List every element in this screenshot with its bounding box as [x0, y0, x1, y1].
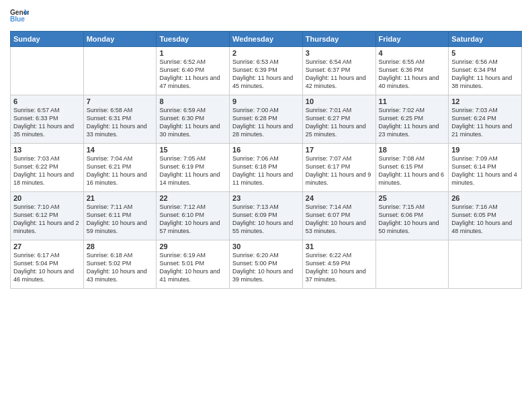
day-number: 6	[13, 97, 81, 105]
calendar-cell: 16Sunrise: 7:06 AMSunset: 6:18 PMDayligh…	[230, 144, 303, 192]
cell-info: Sunrise: 7:11 AMSunset: 6:11 PMDaylight:…	[87, 203, 154, 236]
cell-info: Sunrise: 7:01 AMSunset: 6:27 PMDaylight:…	[306, 106, 373, 139]
cell-info: Sunrise: 7:12 AMSunset: 6:10 PMDaylight:…	[159, 203, 226, 236]
cell-info: Sunrise: 7:10 AMSunset: 6:12 PMDaylight:…	[13, 203, 81, 236]
calendar-cell: 6Sunrise: 6:57 AMSunset: 6:33 PMDaylight…	[11, 95, 84, 144]
cell-info: Sunrise: 6:18 AMSunset: 5:02 PMDaylight:…	[87, 251, 154, 284]
calendar-cell: 19Sunrise: 7:09 AMSunset: 6:14 PMDayligh…	[449, 144, 522, 192]
calendar-header-row: SundayMondayTuesdayWednesdayThursdayFrid…	[11, 32, 522, 47]
day-number: 4	[379, 49, 446, 57]
cell-info: Sunrise: 7:03 AMSunset: 6:22 PMDaylight:…	[13, 154, 81, 187]
cell-info: Sunrise: 6:20 AMSunset: 5:00 PMDaylight:…	[232, 251, 300, 284]
calendar-cell: 5Sunrise: 6:56 AMSunset: 6:34 PMDaylight…	[449, 47, 522, 95]
calendar-cell: 17Sunrise: 7:07 AMSunset: 6:17 PMDayligh…	[302, 144, 375, 192]
cell-info: Sunrise: 6:54 AMSunset: 6:37 PMDaylight:…	[306, 58, 373, 91]
day-number: 24	[306, 194, 373, 202]
calendar-week-row: 13Sunrise: 7:03 AMSunset: 6:22 PMDayligh…	[11, 144, 522, 192]
day-number: 12	[451, 97, 519, 105]
day-number: 10	[306, 97, 373, 105]
column-header-sunday: Sunday	[11, 32, 84, 47]
svg-text:Blue: Blue	[10, 15, 25, 23]
cell-info: Sunrise: 7:03 AMSunset: 6:24 PMDaylight:…	[451, 106, 519, 139]
cell-info: Sunrise: 7:00 AMSunset: 6:28 PMDaylight:…	[232, 106, 300, 139]
day-number: 8	[159, 97, 226, 105]
day-number: 1	[159, 49, 226, 57]
cell-info: Sunrise: 6:22 AMSunset: 4:59 PMDaylight:…	[306, 251, 373, 284]
cell-info: Sunrise: 6:53 AMSunset: 6:39 PMDaylight:…	[232, 58, 300, 91]
day-number: 11	[379, 97, 446, 105]
calendar-cell	[449, 240, 522, 289]
column-header-thursday: Thursday	[302, 32, 375, 47]
cell-info: Sunrise: 7:08 AMSunset: 6:15 PMDaylight:…	[379, 154, 446, 187]
calendar-cell: 15Sunrise: 7:05 AMSunset: 6:19 PMDayligh…	[157, 144, 230, 192]
cell-info: Sunrise: 7:02 AMSunset: 6:25 PMDaylight:…	[379, 106, 446, 139]
calendar-cell: 22Sunrise: 7:12 AMSunset: 6:10 PMDayligh…	[157, 192, 230, 240]
calendar-week-row: 6Sunrise: 6:57 AMSunset: 6:33 PMDaylight…	[11, 95, 522, 144]
calendar-cell: 21Sunrise: 7:11 AMSunset: 6:11 PMDayligh…	[83, 192, 157, 240]
day-number: 21	[87, 194, 154, 202]
calendar-cell: 1Sunrise: 6:52 AMSunset: 6:40 PMDaylight…	[157, 47, 230, 95]
column-header-saturday: Saturday	[449, 32, 522, 47]
cell-info: Sunrise: 6:59 AMSunset: 6:30 PMDaylight:…	[159, 106, 226, 139]
cell-info: Sunrise: 7:13 AMSunset: 6:09 PMDaylight:…	[232, 203, 300, 236]
calendar-cell: 8Sunrise: 6:59 AMSunset: 6:30 PMDaylight…	[157, 95, 230, 144]
calendar-cell: 18Sunrise: 7:08 AMSunset: 6:15 PMDayligh…	[375, 144, 449, 192]
calendar-cell: 23Sunrise: 7:13 AMSunset: 6:09 PMDayligh…	[230, 192, 303, 240]
cell-info: Sunrise: 6:58 AMSunset: 6:31 PMDaylight:…	[87, 106, 154, 139]
day-number: 18	[379, 146, 446, 154]
calendar-cell: 27Sunrise: 6:17 AMSunset: 5:04 PMDayligh…	[11, 240, 84, 289]
day-number: 13	[13, 146, 81, 154]
day-number: 30	[232, 242, 300, 250]
column-header-friday: Friday	[375, 32, 449, 47]
calendar-cell	[11, 47, 84, 95]
calendar-cell: 9Sunrise: 7:00 AMSunset: 6:28 PMDaylight…	[230, 95, 303, 144]
cell-info: Sunrise: 7:16 AMSunset: 6:05 PMDaylight:…	[451, 203, 519, 236]
cell-info: Sunrise: 7:15 AMSunset: 6:06 PMDaylight:…	[379, 203, 446, 236]
day-number: 23	[232, 194, 300, 202]
calendar-cell: 30Sunrise: 6:20 AMSunset: 5:00 PMDayligh…	[230, 240, 303, 289]
day-number: 17	[306, 146, 373, 154]
day-number: 27	[13, 242, 81, 250]
calendar-week-row: 1Sunrise: 6:52 AMSunset: 6:40 PMDaylight…	[11, 47, 522, 95]
day-number: 25	[379, 194, 446, 202]
cell-info: Sunrise: 7:14 AMSunset: 6:07 PMDaylight:…	[306, 203, 373, 236]
column-header-tuesday: Tuesday	[157, 32, 230, 47]
day-number: 29	[159, 242, 226, 250]
calendar-cell: 3Sunrise: 6:54 AMSunset: 6:37 PMDaylight…	[302, 47, 375, 95]
calendar-cell: 7Sunrise: 6:58 AMSunset: 6:31 PMDaylight…	[83, 95, 157, 144]
day-number: 28	[87, 242, 154, 250]
calendar-cell: 20Sunrise: 7:10 AMSunset: 6:12 PMDayligh…	[11, 192, 84, 240]
day-number: 31	[306, 242, 373, 250]
day-number: 2	[232, 49, 300, 57]
calendar-cell: 12Sunrise: 7:03 AMSunset: 6:24 PMDayligh…	[449, 95, 522, 144]
calendar-cell: 11Sunrise: 7:02 AMSunset: 6:25 PMDayligh…	[375, 95, 449, 144]
cell-info: Sunrise: 6:17 AMSunset: 5:04 PMDaylight:…	[13, 251, 81, 284]
cell-info: Sunrise: 6:52 AMSunset: 6:40 PMDaylight:…	[159, 58, 226, 91]
cell-info: Sunrise: 7:07 AMSunset: 6:17 PMDaylight:…	[306, 154, 373, 187]
calendar-cell: 14Sunrise: 7:04 AMSunset: 6:21 PMDayligh…	[83, 144, 157, 192]
calendar-cell: 29Sunrise: 6:19 AMSunset: 5:01 PMDayligh…	[157, 240, 230, 289]
day-number: 20	[13, 194, 81, 202]
day-number: 19	[451, 146, 519, 154]
day-number: 3	[306, 49, 373, 57]
calendar-week-row: 27Sunrise: 6:17 AMSunset: 5:04 PMDayligh…	[11, 240, 522, 289]
day-number: 22	[159, 194, 226, 202]
day-number: 5	[451, 49, 519, 57]
calendar-cell: 13Sunrise: 7:03 AMSunset: 6:22 PMDayligh…	[11, 144, 84, 192]
day-number: 26	[451, 194, 519, 202]
day-number: 9	[232, 97, 300, 105]
calendar-cell: 31Sunrise: 6:22 AMSunset: 4:59 PMDayligh…	[302, 240, 375, 289]
cell-info: Sunrise: 7:05 AMSunset: 6:19 PMDaylight:…	[159, 154, 226, 187]
calendar-cell: 28Sunrise: 6:18 AMSunset: 5:02 PMDayligh…	[83, 240, 157, 289]
calendar-cell: 26Sunrise: 7:16 AMSunset: 6:05 PMDayligh…	[449, 192, 522, 240]
calendar-cell	[375, 240, 449, 289]
calendar-cell	[83, 47, 157, 95]
calendar-cell: 2Sunrise: 6:53 AMSunset: 6:39 PMDaylight…	[230, 47, 303, 95]
calendar-week-row: 20Sunrise: 7:10 AMSunset: 6:12 PMDayligh…	[11, 192, 522, 240]
cell-info: Sunrise: 6:56 AMSunset: 6:34 PMDaylight:…	[451, 58, 519, 91]
cell-info: Sunrise: 7:09 AMSunset: 6:14 PMDaylight:…	[451, 154, 519, 187]
calendar-cell: 24Sunrise: 7:14 AMSunset: 6:07 PMDayligh…	[302, 192, 375, 240]
calendar-table: SundayMondayTuesdayWednesdayThursdayFrid…	[10, 31, 522, 289]
calendar-cell: 25Sunrise: 7:15 AMSunset: 6:06 PMDayligh…	[375, 192, 449, 240]
header: General Blue	[10, 7, 522, 26]
